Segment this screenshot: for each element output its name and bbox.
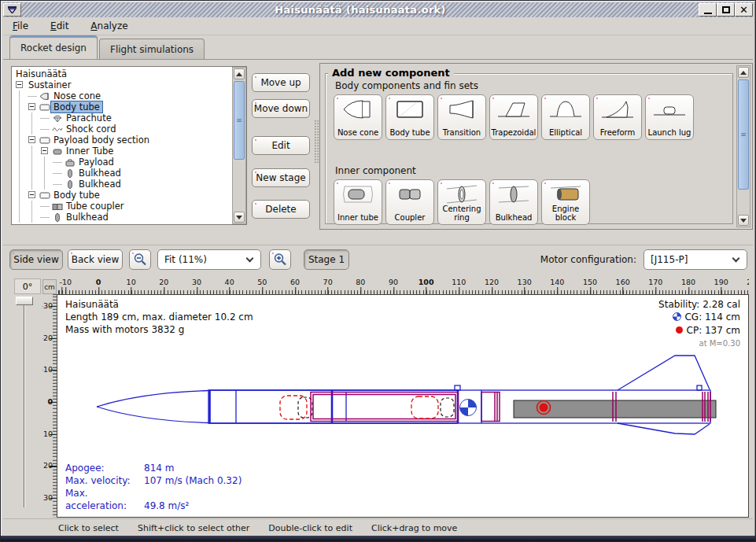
tree-expander[interactable] (13, 79, 26, 90)
tree-item-bulkhead[interactable]: Bulkhead (13, 212, 231, 223)
component-scrollbar[interactable] (736, 65, 750, 227)
zoom-in-button[interactable] (269, 249, 291, 270)
stability-info: Stability: 2.28 cal CG: 114 cm CP: 137 c… (658, 298, 740, 350)
rocket-info-text: Haisunäätä Length 189 cm, max. diameter … (65, 298, 253, 336)
tree-item-bulkhead[interactable]: Bulkhead (13, 179, 231, 190)
component-scroll-down-button[interactable] (738, 215, 749, 226)
tree-guide (13, 101, 26, 112)
component-button-coupler[interactable]: Coupler (385, 179, 434, 225)
window-title: Haisunäätä (haisunaata.ork) (22, 4, 699, 16)
close-button[interactable]: ✕ (735, 3, 753, 17)
ruler-label: -30 (42, 301, 53, 310)
maximize-button[interactable] (717, 3, 735, 17)
tree-scroll-down-button[interactable] (234, 212, 245, 223)
tree-expander[interactable] (26, 101, 39, 112)
rotation-slider-handle[interactable] (16, 297, 33, 305)
motor-configuration-select[interactable]: [J115-P] (644, 249, 747, 270)
tab-flight-simulations[interactable]: Flight simulations (99, 39, 205, 59)
titlebar[interactable]: Haisunäätä (haisunaata.ork) ✕ (3, 2, 753, 17)
new-stage-button[interactable]: New stage (252, 168, 310, 187)
tree-guide (13, 90, 26, 101)
move-down-button[interactable]: Move down (252, 99, 310, 118)
collapse-icon[interactable] (16, 81, 23, 88)
horizontal-ruler: -100102030405060708090100110120130140150… (57, 276, 749, 294)
tree-guide (13, 201, 26, 212)
stability-value: Stability: 2.28 cal (658, 298, 740, 311)
tree-item-body-tube[interactable]: Body tube (13, 190, 231, 201)
zoom-out-button[interactable] (129, 249, 151, 270)
tree-scrollbar[interactable] (232, 67, 246, 224)
window-menu-icon[interactable] (3, 3, 21, 17)
collapse-icon[interactable] (28, 136, 35, 143)
tree-item-payload-body-section[interactable]: Payload body section (13, 135, 231, 146)
stage-1-toggle[interactable]: Stage 1 (304, 249, 349, 270)
component-button-transition[interactable]: Transition (437, 94, 486, 140)
rocket-canvas[interactable]: Haisunäätä Length 189 cm, max. diameter … (57, 294, 749, 518)
component-button-inner-tube[interactable]: Inner tube (334, 179, 382, 225)
back-view-button[interactable]: Back view (68, 249, 123, 270)
component-button-trapezoidal[interactable]: Trapezoidal (489, 94, 538, 140)
component-tree[interactable]: HaisunäätäSustainerNose coneBody tubePar… (13, 68, 231, 223)
application-window: Haisunäätä (haisunaata.ork) ✕ FileEditAn… (0, 0, 756, 542)
component-button-label: Elliptical (543, 129, 588, 138)
rotation-slider-track[interactable] (24, 301, 25, 507)
tab-rocket-design[interactable]: Rocket design (9, 35, 98, 59)
ruler-label: 140 (550, 278, 564, 286)
section-label-body-components: Body components and fin sets (335, 80, 478, 91)
collapse-icon[interactable] (28, 191, 35, 198)
component-button-centering-ring[interactable]: Centering ring (437, 179, 486, 225)
tree-expander[interactable] (26, 135, 39, 146)
tree-item-bulkhead[interactable]: Bulkhead (13, 168, 231, 179)
collapse-icon[interactable] (28, 103, 35, 110)
coupler-icon (393, 183, 427, 208)
component-button-nose-cone[interactable]: Nose cone (334, 94, 382, 140)
tree-item-inner-tube[interactable]: Inner Tube (13, 146, 231, 157)
component-button-elliptical[interactable]: Elliptical (541, 94, 590, 140)
component-scrollbar-thumb[interactable] (738, 79, 749, 190)
tree-scrollbar-thumb[interactable] (234, 81, 245, 160)
tree-item-shock-cord[interactable]: Shock cord (13, 124, 231, 135)
nosecone-icon (341, 98, 375, 124)
cg-icon (673, 312, 681, 324)
component-button-body-tube[interactable]: Body tube (385, 94, 434, 140)
menu-item-file[interactable]: File (13, 20, 28, 31)
magnifier-minus-icon (133, 253, 147, 267)
delete-button[interactable]: Delete (252, 200, 310, 219)
section-label-inner-component: Inner component (335, 165, 416, 176)
zoom-level-select[interactable]: Fit (11%) (157, 249, 261, 270)
component-button-bulkhead[interactable]: Bulkhead (489, 179, 538, 225)
flight-stat-label: Apogee: (65, 462, 144, 474)
tree-guide (26, 157, 39, 168)
status-hint: Click+drag to move (371, 523, 457, 533)
splitter-handle[interactable] (314, 120, 319, 164)
tree-expander[interactable] (39, 146, 51, 157)
tree-item-body-tube[interactable]: Body tube (13, 101, 231, 112)
tree-expander[interactable] (26, 190, 39, 201)
tree-item-parachute[interactable]: Parachute (13, 112, 231, 124)
collapse-icon[interactable] (41, 147, 48, 154)
arrow-up-icon (236, 72, 242, 76)
component-scroll-up-button[interactable] (738, 67, 749, 78)
tree-item-nose-cone[interactable]: Nose cone (13, 90, 231, 101)
mach-condition: at M=0.30 (658, 337, 740, 350)
component-button-engine-block[interactable]: Engine block (541, 179, 590, 225)
side-view-button[interactable]: Side view (9, 249, 63, 270)
design-panel: HaisunäätäSustainerNose coneBody tubePar… (3, 59, 753, 245)
menu-item-analyze[interactable]: Analyze (90, 20, 127, 31)
view-toolbar: Side view Back view Fit (11%) Stage 1 Mo… (3, 245, 753, 275)
ruler-label: 170 (648, 278, 662, 286)
minimize-button[interactable] (699, 3, 717, 17)
tree-item-tube-coupler[interactable]: Tube coupler (13, 201, 231, 212)
move-up-button[interactable]: Move up (252, 73, 310, 92)
tree-item-haisunäätä[interactable]: Haisunäätä (13, 68, 231, 79)
chevron-down-icon (246, 255, 254, 263)
tree-item-sustainer[interactable]: Sustainer (13, 79, 231, 90)
tree-guide (13, 190, 26, 201)
edit-button[interactable]: Edit (252, 136, 310, 155)
component-button-freeform[interactable]: Freeform (593, 94, 642, 140)
tabbar: Rocket designFlight simulations (3, 35, 753, 59)
tree-scroll-up-button[interactable] (234, 68, 245, 79)
tree-item-payload[interactable]: Payload (13, 157, 231, 168)
component-button-launch-lug[interactable]: Launch lug (645, 94, 694, 140)
menu-item-edit[interactable]: Edit (50, 20, 68, 31)
